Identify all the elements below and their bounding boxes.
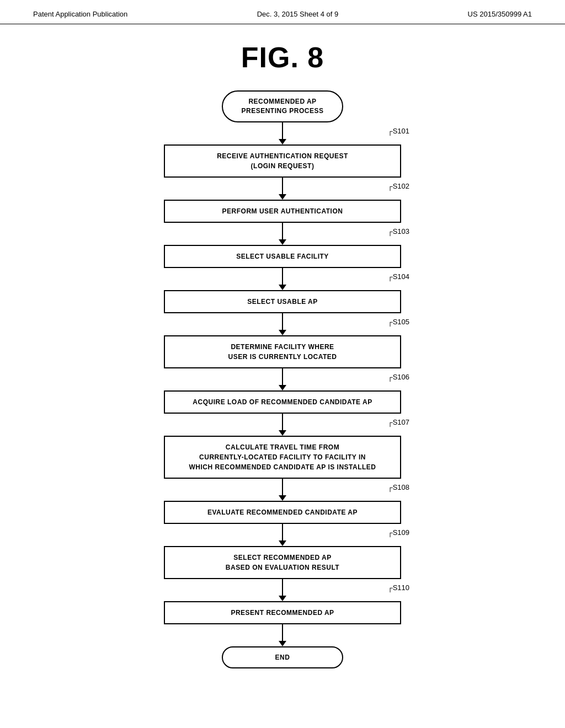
arrow-7 xyxy=(279,479,286,501)
step-s104: SELECT USABLE AP xyxy=(164,290,401,313)
step-label-s106: ┌S106 xyxy=(387,373,409,381)
header-right: US 2015/350999 A1 xyxy=(468,10,532,18)
page-header: Patent Application Publication Dec. 3, 2… xyxy=(0,0,565,24)
header-left: Patent Application Publication xyxy=(33,10,127,18)
step-s106: ACQUIRE LOAD OF RECOMMENDED CANDIDATE AP xyxy=(164,390,401,414)
arrow-6 xyxy=(279,414,286,436)
step-label-s105: ┌S105 xyxy=(387,318,409,326)
arrow-5 xyxy=(279,368,286,390)
start-shape: RECOMMENDED APPRESENTING PROCESS xyxy=(222,90,343,122)
step-label-s107: ┌S107 xyxy=(387,418,409,426)
arrow-8 xyxy=(279,524,286,546)
arrow-4 xyxy=(279,313,286,335)
arrow-0 xyxy=(279,122,286,144)
fig-title: FIG. 8 xyxy=(241,41,324,74)
step-label-s103: ┌S103 xyxy=(387,227,409,235)
step-s110: PRESENT RECOMMENDED AP xyxy=(164,601,401,624)
step-s107: CALCULATE TRAVEL TIME FROMCURRENTLY-LOCA… xyxy=(164,436,401,479)
step-s103: SELECT USABLE FACILITY xyxy=(164,245,401,268)
arrow-end xyxy=(279,624,286,646)
flowchart: RECOMMENDED APPRESENTING PROCESS ┌S101 R… xyxy=(156,90,409,668)
arrow-2 xyxy=(279,223,286,245)
step-label-s108: ┌S108 xyxy=(387,483,409,491)
step-label-s104: ┌S104 xyxy=(387,272,409,281)
step-s109: SELECT RECOMMENDED APBASED ON EVALUATION… xyxy=(164,546,401,579)
step-s102: PERFORM USER AUTHENTICATION xyxy=(164,200,401,223)
step-s105: DETERMINE FACILITY WHEREUSER IS CURRENTL… xyxy=(164,335,401,368)
step-label-s102: ┌S102 xyxy=(387,182,409,190)
arrow-1 xyxy=(279,178,286,200)
header-middle: Dec. 3, 2015 Sheet 4 of 9 xyxy=(257,10,338,18)
arrow-3 xyxy=(279,268,286,290)
step-label-s109: ┌S109 xyxy=(387,528,409,537)
page-content: FIG. 8 RECOMMENDED APPRESENTING PROCESS … xyxy=(0,24,565,685)
end-shape: END xyxy=(222,646,343,669)
step-label-s101: ┌S101 xyxy=(387,127,409,135)
step-s108: EVALUATE RECOMMENDED CANDIDATE AP xyxy=(164,501,401,524)
step-label-s110: ┌S110 xyxy=(387,584,409,592)
arrow-9 xyxy=(279,579,286,601)
step-s101: RECEIVE AUTHENTICATION REQUEST(LOGIN REQ… xyxy=(164,144,401,178)
